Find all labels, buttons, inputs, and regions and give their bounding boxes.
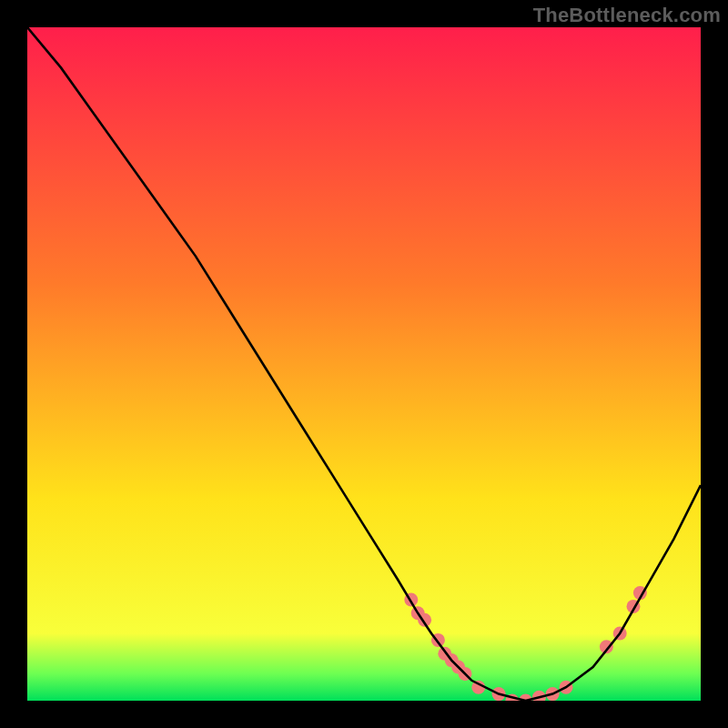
- watermark-text: TheBottleneck.com: [533, 4, 721, 27]
- chart-plot: [27, 27, 701, 701]
- gradient-background: [27, 27, 701, 701]
- chart-frame: [27, 27, 701, 701]
